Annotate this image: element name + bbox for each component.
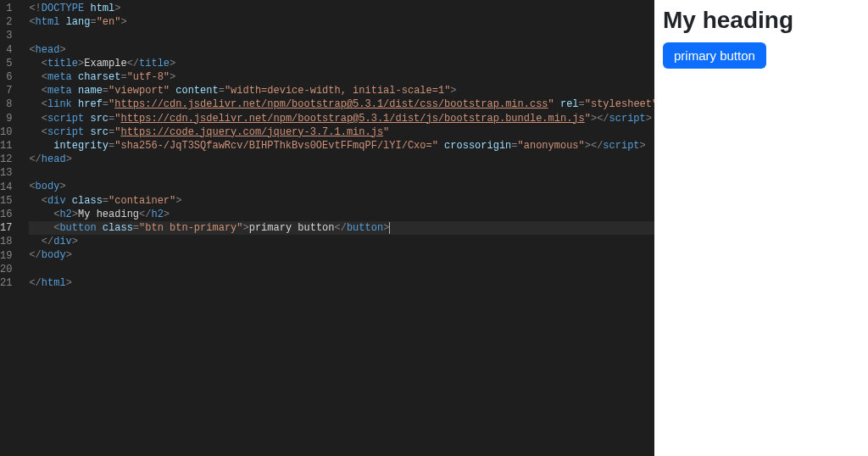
- line-number: 4: [0, 43, 20, 57]
- code-line[interactable]: [29, 166, 654, 180]
- line-number: 1: [0, 2, 20, 15]
- line-number: 21: [0, 276, 20, 290]
- code-line[interactable]: <html lang="en">: [29, 15, 654, 29]
- line-number: 6: [0, 70, 20, 84]
- line-number: 18: [0, 235, 20, 248]
- line-number: 14: [0, 181, 20, 194]
- code-line[interactable]: </div>: [29, 235, 654, 248]
- code-line[interactable]: </body>: [29, 248, 654, 262]
- code-line[interactable]: </head>: [29, 153, 654, 166]
- code-line[interactable]: <body>: [29, 180, 654, 193]
- code-line[interactable]: integrity="sha256-/JqT3SQfawRcv/BIHPThkB…: [29, 139, 654, 153]
- code-line[interactable]: <script src="https://cdn.jsdelivr.net/np…: [29, 112, 654, 125]
- code-line[interactable]: <!DOCTYPE html>: [29, 2, 654, 15]
- code-line[interactable]: <link href="https://cdn.jsdelivr.net/npm…: [29, 97, 654, 111]
- code-line[interactable]: <div class="container">: [29, 194, 654, 208]
- line-number-gutter: 123456789101112131415161718192021: [0, 0, 20, 456]
- code-line[interactable]: <h2>My heading</h2>: [29, 208, 654, 221]
- preview-panel: My heading primary button: [654, 0, 868, 456]
- line-number: 8: [0, 97, 20, 111]
- code-line[interactable]: <head>: [29, 43, 654, 57]
- preview-heading: My heading: [663, 7, 860, 34]
- line-number: 13: [0, 166, 20, 180]
- line-number: 17: [0, 221, 20, 235]
- line-number: 3: [0, 29, 20, 42]
- line-number: 12: [0, 153, 20, 166]
- text-cursor: [389, 222, 390, 234]
- line-number: 7: [0, 84, 20, 97]
- line-number: 20: [0, 263, 20, 276]
- code-line[interactable]: <meta name="viewport" content="width=dev…: [29, 84, 654, 97]
- line-number: 16: [0, 208, 20, 221]
- code-line[interactable]: <button class="btn btn-primary">primary …: [29, 221, 654, 235]
- code-line[interactable]: [29, 29, 654, 42]
- line-number: 11: [0, 139, 20, 153]
- line-number: 10: [0, 125, 20, 139]
- code-line[interactable]: </html>: [29, 276, 654, 290]
- code-text-area[interactable]: <!DOCTYPE html><html lang="en"><head> <t…: [20, 0, 654, 456]
- line-number: 9: [0, 112, 20, 125]
- code-line[interactable]: <script src="https://code.jquery.com/jqu…: [29, 125, 654, 139]
- line-number: 19: [0, 249, 20, 263]
- line-number: 15: [0, 194, 20, 208]
- line-number: 2: [0, 15, 20, 29]
- code-line[interactable]: [29, 263, 654, 276]
- code-line[interactable]: <title>Example</title>: [29, 57, 654, 70]
- primary-button[interactable]: primary button: [663, 42, 766, 69]
- line-number: 5: [0, 57, 20, 70]
- code-line[interactable]: <meta charset="utf-8">: [29, 70, 654, 84]
- code-editor[interactable]: 123456789101112131415161718192021 <!DOCT…: [0, 0, 654, 456]
